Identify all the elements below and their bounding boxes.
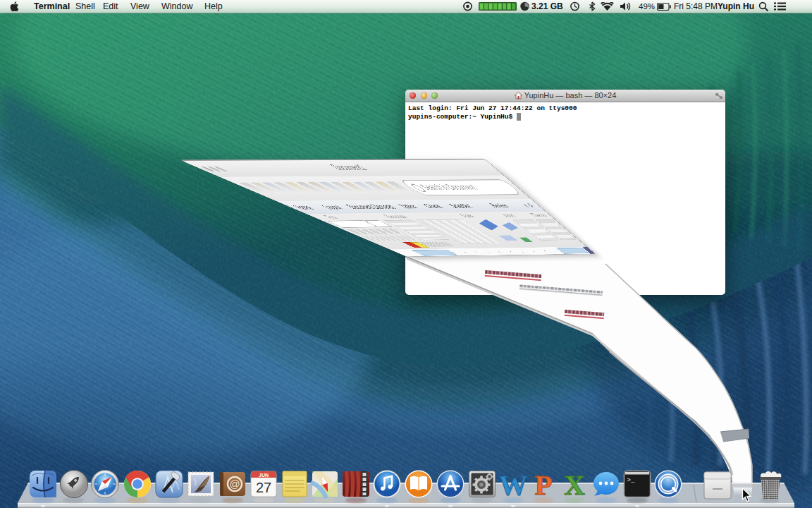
svg-text:27: 27 (256, 480, 271, 495)
svg-text:X: X (564, 471, 585, 500)
svg-text:JUN: JUN (259, 473, 269, 478)
svg-text:@: @ (229, 478, 240, 490)
svg-text:>_: >_ (627, 477, 635, 484)
svg-text:W: W (499, 471, 528, 500)
svg-text:P: P (534, 471, 552, 500)
